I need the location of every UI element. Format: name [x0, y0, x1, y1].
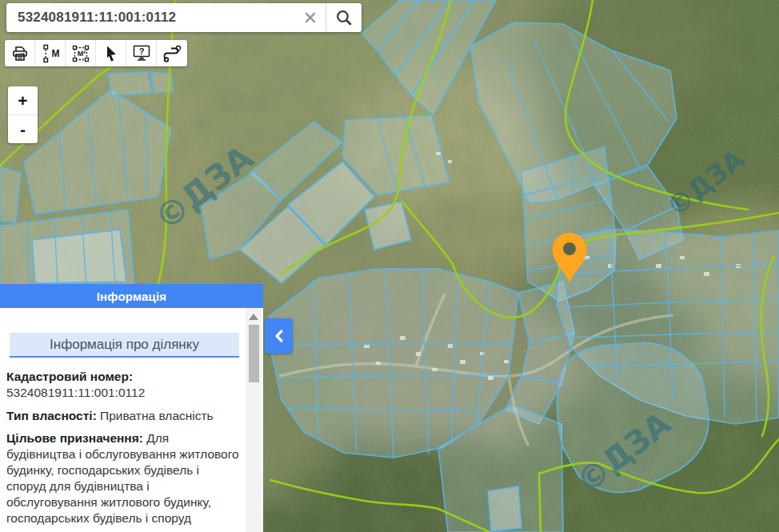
- select-cursor-button[interactable]: [96, 40, 126, 66]
- info-panel-header: Інформація: [0, 284, 263, 308]
- map-toolbar: M M² ?: [5, 40, 187, 66]
- chevron-left-icon: [273, 328, 286, 344]
- route-button[interactable]: [157, 40, 187, 66]
- clear-search-button[interactable]: [295, 3, 326, 32]
- print-button[interactable]: [5, 40, 35, 66]
- printer-icon: [11, 45, 29, 62]
- field-value: 5324081911:11:001:0112: [6, 385, 239, 401]
- field-label: Цільове призначення:: [6, 431, 143, 445]
- field-value: Для будівництва і обслуговування житлово…: [6, 431, 239, 524]
- measure-length-button[interactable]: M: [35, 40, 66, 66]
- scrollbar-thumb[interactable]: [249, 325, 259, 382]
- search-bar: [6, 3, 362, 32]
- help-button[interactable]: ?: [126, 40, 157, 66]
- search-input[interactable]: [6, 3, 295, 32]
- field-value: Приватна власність: [100, 409, 214, 422]
- svg-text:?: ?: [138, 46, 144, 56]
- route-icon: [162, 44, 182, 63]
- field-label: Кадастровий номер:: [6, 370, 133, 383]
- search-icon: [335, 9, 353, 26]
- field-label: Тип власності:: [6, 409, 97, 422]
- cursor-icon: [103, 45, 119, 62]
- field-cadastral-number: Кадастровий номер: 5324081911:11:001:011…: [6, 369, 239, 401]
- scroll-up-arrow-icon[interactable]: [249, 314, 258, 320]
- field-ownership-type: Тип власності: Приватна власність: [6, 408, 239, 424]
- info-panel-body: Інформація про ділянку Кадастровий номер…: [0, 308, 263, 532]
- zoom-control: + -: [8, 86, 38, 143]
- zoom-out-button[interactable]: -: [8, 115, 38, 143]
- close-icon: [304, 11, 317, 24]
- collapse-panel-button[interactable]: [265, 318, 293, 354]
- info-panel: Інформація Інформація про ділянку Кадаст…: [0, 284, 263, 532]
- measure-area-button[interactable]: M²: [66, 40, 96, 66]
- help-monitor-icon: ?: [132, 44, 151, 62]
- field-purpose: Цільове призначення: Для будівництва і о…: [6, 430, 239, 526]
- search-button[interactable]: [326, 3, 362, 32]
- panel-scrollbar[interactable]: [246, 308, 262, 532]
- zoom-in-button[interactable]: +: [8, 86, 38, 114]
- measure-length-icon: [41, 44, 50, 63]
- measure-length-label: M: [52, 48, 60, 59]
- measure-area-label: M²: [78, 50, 86, 58]
- section-title: Інформація про ділянку: [10, 333, 239, 358]
